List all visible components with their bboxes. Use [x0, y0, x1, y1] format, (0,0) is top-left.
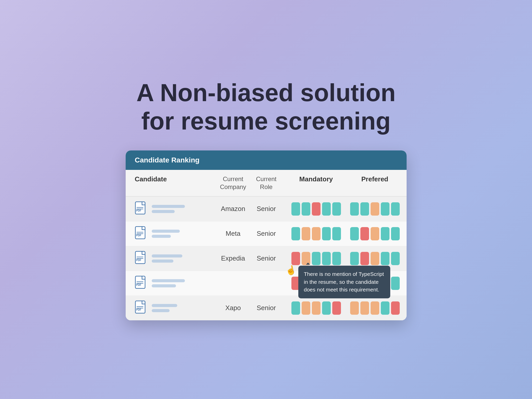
mandatory-bars [283, 202, 349, 216]
mandatory-bars [283, 227, 349, 240]
table-column-headers: Candidate CurrentCompany CurrentRole Man… [126, 170, 407, 196]
col-mandatory: Mandatory [283, 175, 349, 191]
pdf-icon: PDF [135, 226, 148, 241]
score-value: 79 [400, 253, 407, 264]
svg-rect-4 [135, 227, 145, 239]
candidate-cell: PDF [135, 276, 217, 291]
col-current-company: CurrentCompany [217, 175, 250, 191]
pdf-icon: PDF [135, 201, 148, 217]
company-name: Expedia [217, 254, 250, 262]
score-value: 73 [400, 278, 407, 289]
mandatory-bars [283, 301, 349, 315]
role-name: Senior [250, 254, 283, 262]
col-current-role: CurrentRole [250, 175, 283, 191]
svg-text:PDF: PDF [136, 259, 141, 262]
svg-rect-0 [135, 202, 145, 214]
score-value: 83 [400, 228, 407, 239]
pdf-icon: PDF [135, 276, 148, 291]
mandatory-bars [283, 277, 349, 290]
candidate-cell: PDF [135, 226, 217, 241]
col-score: Score [400, 175, 407, 191]
table-card: Candidate Ranking Candidate CurrentCompa… [126, 150, 407, 320]
svg-rect-16 [135, 301, 145, 313]
col-candidate: Candidate [135, 175, 217, 191]
svg-text:PDF: PDF [136, 284, 141, 286]
candidate-cell: PDF [135, 251, 217, 266]
cursor-icon: ☝ [285, 264, 297, 276]
candidate-cell: PDF [135, 300, 217, 316]
svg-text:PDF: PDF [136, 234, 141, 237]
svg-rect-12 [135, 276, 145, 288]
table-row: PDF [126, 271, 407, 296]
pdf-icon: PDF [135, 251, 148, 266]
col-preferred: Prefered [349, 175, 400, 191]
table-body: PDF Amazon Senior [126, 197, 407, 320]
headline: A Non-biased solution for resume screeni… [136, 79, 396, 135]
table-row: PDF Meta Senior [126, 221, 407, 246]
table-title: Candidate Ranking [135, 156, 200, 164]
table-row: PDF Amazon Senior [126, 197, 407, 221]
company-name: Xapo [217, 304, 250, 312]
score-value: 90 [400, 203, 407, 214]
svg-text:PDF: PDF [136, 209, 141, 212]
svg-rect-8 [135, 251, 145, 264]
pdf-icon: PDF [135, 300, 148, 316]
candidate-cell: PDF [135, 201, 217, 217]
preferred-bars [349, 252, 400, 265]
role-name: Senior [250, 304, 283, 312]
company-name: Amazon [217, 205, 250, 213]
preferred-bars [349, 227, 400, 240]
score-value: 68 [400, 302, 407, 313]
preferred-bars [349, 202, 400, 216]
preferred-bars [349, 277, 400, 290]
table-header-bar: Candidate Ranking [126, 150, 407, 170]
table-row: PDF Xapo Senior [126, 296, 407, 320]
table-row: PDF Expedia Senior [126, 246, 407, 271]
role-name: Senior [250, 230, 283, 238]
preferred-bars [349, 301, 400, 315]
company-name: Meta [217, 230, 250, 238]
role-name: Senior [250, 205, 283, 213]
mandatory-bars: ☝ There is no mention of TypeScript in t… [283, 252, 349, 265]
svg-text:PDF: PDF [136, 308, 141, 311]
